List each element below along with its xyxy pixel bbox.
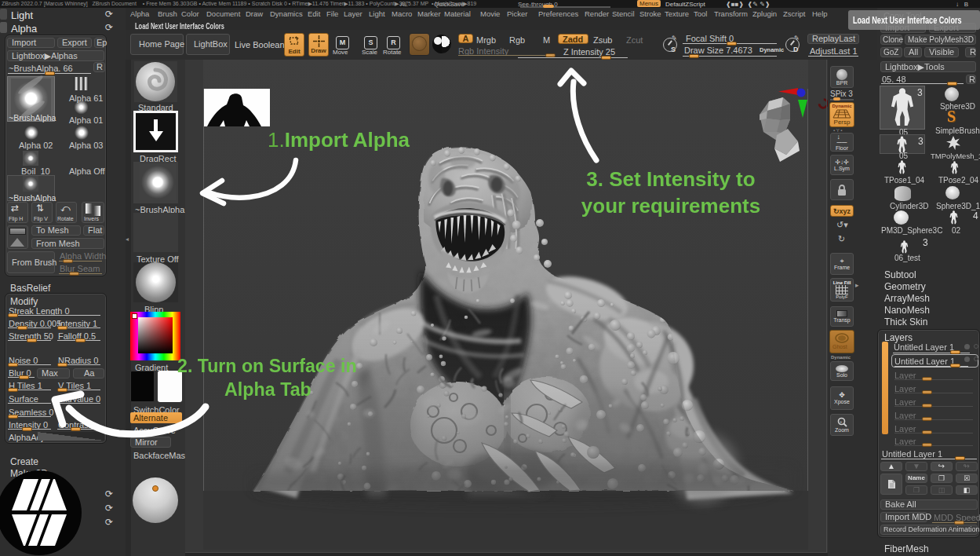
svg-text:+: + [840,419,843,424]
